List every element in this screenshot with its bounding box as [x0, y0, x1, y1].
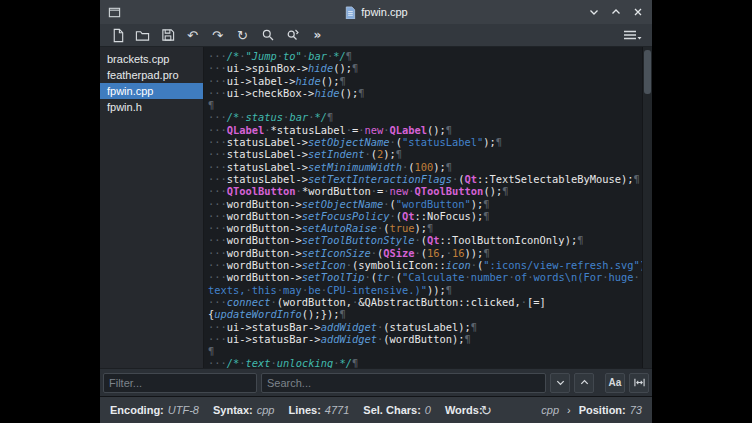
position-label: Position: — [579, 404, 626, 416]
code-line: ···ui->statusBar->addWidget·(wordButton)… — [208, 333, 642, 345]
sel-chars-label: Sel. Chars: — [363, 404, 420, 416]
main-area: brackets.cppfeatherpad.profpwin.cppfpwin… — [100, 47, 652, 368]
minimize-button[interactable] — [588, 6, 600, 18]
editor-scrollbar[interactable] — [642, 47, 652, 368]
app-icon — [108, 6, 121, 19]
code-line: ···wordButton->setFocusPolicy·(Qt::NoFoc… — [208, 210, 642, 222]
words-status: Words: ↻ — [445, 404, 492, 417]
filter-input[interactable] — [103, 373, 257, 393]
maximize-button[interactable] — [610, 6, 622, 18]
code-line: ···/*·text·unlocking·*/¶ — [208, 357, 642, 368]
lines-label: Lines: — [288, 404, 320, 416]
code-line: ···statusLabel->setObjectName·("statusLa… — [208, 136, 642, 148]
file-item[interactable]: featherpad.pro — [100, 67, 203, 83]
sel-chars-value: 0 — [425, 404, 431, 416]
search-row: Aa — [100, 368, 652, 396]
match-case-icon: Aa — [609, 377, 622, 388]
refresh-words-button[interactable]: ↻ — [481, 404, 492, 417]
open-folder-icon — [135, 28, 150, 42]
encoding-status: Encoding: UTF-8 — [110, 404, 199, 416]
toolbar-overflow-button[interactable]: » — [307, 26, 328, 45]
search-icon — [261, 28, 275, 42]
code-line: ···ui->spinBox->hide();¶ — [208, 62, 642, 74]
encoding-label: Encoding: — [110, 404, 164, 416]
code-line: ···wordButton->setToolTip·(tr·("Calculat… — [208, 271, 642, 283]
file-list[interactable]: brackets.cppfeatherpad.profpwin.cppfpwin… — [100, 47, 204, 368]
syntax-label: Syntax: — [213, 404, 253, 416]
code-line: ···/*·status·bar·*/¶ — [208, 111, 642, 123]
code-line: ···QLabel·*statusLabel·=·new·QLabel();¶ — [208, 124, 642, 136]
code-line: ···wordButton->setObjectName·("wordButto… — [208, 198, 642, 210]
chevron-down-icon — [555, 377, 566, 388]
code-line: ···ui->label->hide();¶ — [208, 75, 642, 87]
undo-button[interactable]: ↶ — [182, 26, 203, 45]
sel-chars-status: Sel. Chars: 0 — [363, 404, 431, 416]
syntax-value: cpp — [257, 404, 275, 416]
code-line: {updateWordInfo();});¶ — [208, 308, 642, 320]
search-next-button[interactable] — [550, 373, 570, 393]
menu-button[interactable] — [619, 26, 645, 45]
code-line: ···statusLabel->setIndent·(2);¶ — [208, 148, 642, 160]
close-button[interactable] — [632, 6, 644, 18]
chevron-right-icon: › — [567, 404, 571, 416]
code-line: ···wordButton->setIcon·(symbolicIcon::ic… — [208, 259, 642, 271]
whole-words-button[interactable] — [629, 373, 649, 393]
code-line: ···ui->checkBox->hide();¶ — [208, 87, 642, 99]
reload-icon: ↻ — [237, 29, 248, 42]
code-line: ···connect·(wordButton,·&QAbstractButton… — [208, 296, 642, 308]
code-editor[interactable]: ···/*·"Jump·to"·bar·*/¶···ui->spinBox->h… — [204, 47, 642, 368]
redo-button[interactable]: ↷ — [207, 26, 228, 45]
featherpad-window: fpwin.cpp ↶ ↷ — [100, 0, 652, 423]
scrollbar-handle[interactable] — [644, 50, 651, 94]
encoding-value: UTF-8 — [168, 404, 199, 416]
words-label: Words: — [445, 404, 483, 416]
code-line: ¶ — [208, 345, 642, 357]
code-line: ···wordButton->setToolButtonStyle·(Qt::T… — [208, 234, 642, 246]
reload-button[interactable]: ↻ — [232, 26, 253, 45]
statusbar: Encoding: UTF-8 Syntax: cpp Lines: 4771 … — [100, 396, 652, 423]
code-line: ¶ — [208, 99, 642, 111]
code-line: ···wordButton->setIconSize·(QSize·(16,·1… — [208, 247, 642, 259]
window-title: fpwin.cpp — [361, 6, 407, 18]
chevron-up-icon — [579, 377, 590, 388]
file-type-icon — [344, 6, 356, 19]
code-line: ···/*·"Jump·to"·bar·*/¶ — [208, 50, 642, 62]
save-button[interactable] — [157, 26, 178, 45]
file-item[interactable]: brackets.cpp — [100, 51, 203, 67]
hamburger-menu-icon — [622, 28, 642, 42]
find-replace-icon — [286, 28, 300, 42]
redo-icon: ↷ — [212, 29, 223, 42]
overflow-icon: » — [314, 29, 322, 41]
code-line: ···QToolButton·*wordButton·=·new·QToolBu… — [208, 185, 642, 197]
language-button[interactable]: cpp — [541, 404, 559, 416]
refresh-icon: ↻ — [481, 403, 492, 418]
lines-value: 4771 — [325, 404, 349, 416]
new-document-button[interactable] — [107, 26, 128, 45]
titlebar[interactable]: fpwin.cpp — [100, 0, 652, 24]
find-replace-button[interactable] — [282, 26, 303, 45]
undo-icon: ↶ — [187, 29, 198, 42]
search-input[interactable] — [261, 373, 546, 393]
position-value: 73 — [630, 404, 642, 416]
search-previous-button[interactable] — [574, 373, 594, 393]
code-line: texts,·this·may·be·CPU-intensive.)"));¶ — [208, 284, 642, 296]
file-item[interactable]: fpwin.cpp — [100, 83, 203, 99]
code-line: ···wordButton->setAutoRaise·(true);¶ — [208, 222, 642, 234]
code-line: ···statusLabel->setTextInteractionFlags·… — [208, 173, 642, 185]
new-document-icon — [111, 28, 125, 43]
file-item[interactable]: fpwin.h — [100, 99, 203, 115]
toolbar: ↶ ↷ ↻ » — [100, 24, 652, 47]
code-line: ···ui->statusBar->addWidget·(statusLabel… — [208, 321, 642, 333]
save-icon — [161, 28, 175, 42]
search-button[interactable] — [257, 26, 278, 45]
lines-status: Lines: 4771 — [288, 404, 349, 416]
syntax-status: Syntax: cpp — [213, 404, 275, 416]
code-line: ···statusLabel->setMinimumWidth·(100);¶ — [208, 161, 642, 173]
statusbar-right: cpp › Position: 73 — [541, 404, 642, 416]
whole-words-icon — [633, 377, 646, 388]
open-file-button[interactable] — [132, 26, 153, 45]
match-case-button[interactable]: Aa — [605, 373, 625, 393]
